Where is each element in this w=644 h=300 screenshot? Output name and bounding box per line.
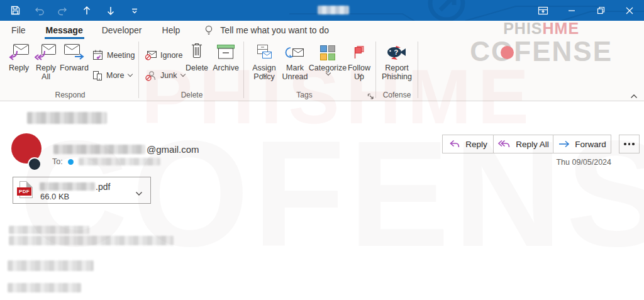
- delete-button[interactable]: Delete: [183, 41, 211, 90]
- header-reply-label: Reply: [465, 140, 487, 149]
- group-divider: [243, 42, 244, 98]
- more-respond-label: More: [106, 71, 124, 80]
- mark-unread-button[interactable]: Mark Unread: [279, 41, 311, 90]
- follow-up-button[interactable]: Follow Up: [345, 41, 374, 90]
- collapse-ribbon-icon[interactable]: [629, 92, 639, 100]
- forward-envelope-icon: [63, 41, 86, 61]
- assign-policy-icon: [255, 41, 273, 61]
- move-down-icon[interactable]: [103, 3, 118, 19]
- mark-unread-label: Mark Unread: [279, 64, 311, 81]
- categorize-button[interactable]: Categorize: [309, 41, 346, 90]
- body-text-redacted: [9, 226, 89, 234]
- ignore-button[interactable]: Ignore: [145, 48, 182, 63]
- mark-unread-icon: [285, 41, 305, 61]
- meeting-calendar-icon: [92, 49, 104, 62]
- ribbon-display-options-button[interactable]: [528, 0, 557, 21]
- subject-redacted: [27, 112, 107, 124]
- header-reply-all-label: Reply All: [516, 140, 549, 149]
- minimize-button[interactable]: [557, 0, 586, 21]
- tell-me-label: Tell me what you want to do: [220, 25, 329, 35]
- archive-label: Archive: [213, 64, 239, 72]
- close-button[interactable]: [615, 0, 644, 21]
- body-text-redacted: [9, 236, 174, 245]
- pdf-badge: PDF: [17, 187, 31, 196]
- archive-box-icon: [216, 41, 236, 61]
- attachment-dropdown-icon[interactable]: [135, 187, 143, 199]
- body-text-redacted: [8, 260, 94, 271]
- attachment-name-redacted: [40, 182, 95, 191]
- window-controls: [528, 0, 644, 21]
- quick-access-toolbar: [8, 0, 142, 21]
- header-reply-button[interactable]: Reply: [442, 135, 494, 153]
- reply-all-arrow-icon: [497, 140, 511, 149]
- presence-indicator: [28, 157, 42, 171]
- group-label-tags: Tags: [247, 91, 362, 99]
- reply-arrow-icon: [448, 140, 460, 149]
- message-pane: @gmail.com To: Reply Reply All Forward T…: [0, 102, 644, 300]
- recipient-redacted: [79, 158, 160, 165]
- report-phishing-label: Report Phishing: [379, 64, 415, 81]
- follow-up-flag-icon: [352, 41, 366, 61]
- forward-label: Forward: [60, 64, 89, 72]
- delete-label: Delete: [186, 64, 208, 72]
- save-icon[interactable]: [8, 3, 23, 19]
- lightbulb-icon: [204, 25, 214, 36]
- tell-me-box[interactable]: Tell me what you want to do: [204, 25, 329, 36]
- message-date: Thu 09/05/2024: [556, 158, 611, 167]
- junk-button[interactable]: Junk: [145, 68, 185, 83]
- forward-button[interactable]: Forward: [58, 41, 91, 90]
- junk-label: Junk: [160, 71, 177, 80]
- more-respond-button[interactable]: More: [92, 68, 132, 83]
- sender-name-redacted: [53, 145, 145, 154]
- sender-domain[interactable]: @gmail.com: [147, 144, 199, 155]
- undo-icon[interactable]: [31, 3, 47, 19]
- tab-file[interactable]: File: [9, 21, 28, 39]
- ignore-icon: [145, 50, 157, 61]
- reply-all-envelope-icon: [35, 41, 57, 61]
- meeting-button[interactable]: Meeting: [92, 48, 135, 63]
- phishing-fish-icon: ?: [386, 41, 408, 61]
- header-reply-all-button[interactable]: Reply All: [493, 135, 553, 153]
- group-label-cofense: Cofense: [378, 91, 416, 99]
- tab-help[interactable]: Help: [160, 21, 183, 39]
- to-label: To:: [52, 157, 63, 166]
- outlook-message-window: File Message Developer Help Tell me what…: [0, 0, 644, 300]
- attachment-extension: .pdf: [96, 182, 110, 192]
- assign-policy-button[interactable]: Assign Policy: [248, 41, 280, 90]
- tab-message[interactable]: Message: [43, 21, 86, 39]
- ribbon-tab-row: File Message Developer Help Tell me what…: [0, 21, 644, 39]
- body-text-redacted: [8, 283, 81, 292]
- attachment-card[interactable]: PDF .pdf 66.0 KB: [13, 177, 151, 204]
- reply-label: Reply: [9, 64, 29, 72]
- meeting-label: Meeting: [107, 51, 135, 60]
- reply-button[interactable]: Reply: [5, 41, 33, 90]
- redo-icon[interactable]: [55, 3, 70, 19]
- header-more-actions-button[interactable]: [619, 135, 640, 153]
- header-forward-label: Forward: [575, 140, 606, 149]
- report-phishing-button[interactable]: ? Report Phishing: [379, 41, 415, 90]
- recipient-line: To:: [52, 157, 160, 166]
- forward-arrow-icon: [558, 140, 570, 149]
- move-up-icon[interactable]: [79, 3, 94, 19]
- chevron-down-icon: [128, 72, 133, 77]
- title-bar: [0, 0, 644, 21]
- archive-button[interactable]: Archive: [210, 41, 242, 90]
- junk-person-icon: [145, 70, 157, 82]
- sender-line: @gmail.com: [53, 143, 199, 155]
- header-forward-button[interactable]: Forward: [553, 135, 611, 153]
- pdf-file-icon: PDF: [19, 181, 33, 198]
- tab-developer[interactable]: Developer: [99, 21, 145, 39]
- reply-envelope-icon: [8, 41, 30, 61]
- more-options-icon: [624, 143, 635, 145]
- group-label-respond: Respond: [5, 91, 135, 99]
- tags-dialog-launcher-icon[interactable]: [367, 91, 374, 103]
- group-label-delete: Delete: [142, 91, 242, 99]
- restore-button[interactable]: [586, 0, 615, 21]
- group-divider: [418, 42, 418, 98]
- attachment-name: .pdf: [40, 182, 110, 191]
- ribbon: Reply Reply All Forward Meeting More Res…: [0, 39, 644, 101]
- group-divider: [138, 42, 139, 98]
- devices-icon: [92, 70, 103, 82]
- reply-all-button[interactable]: Reply All: [33, 41, 59, 90]
- customize-qat-icon[interactable]: [127, 3, 142, 19]
